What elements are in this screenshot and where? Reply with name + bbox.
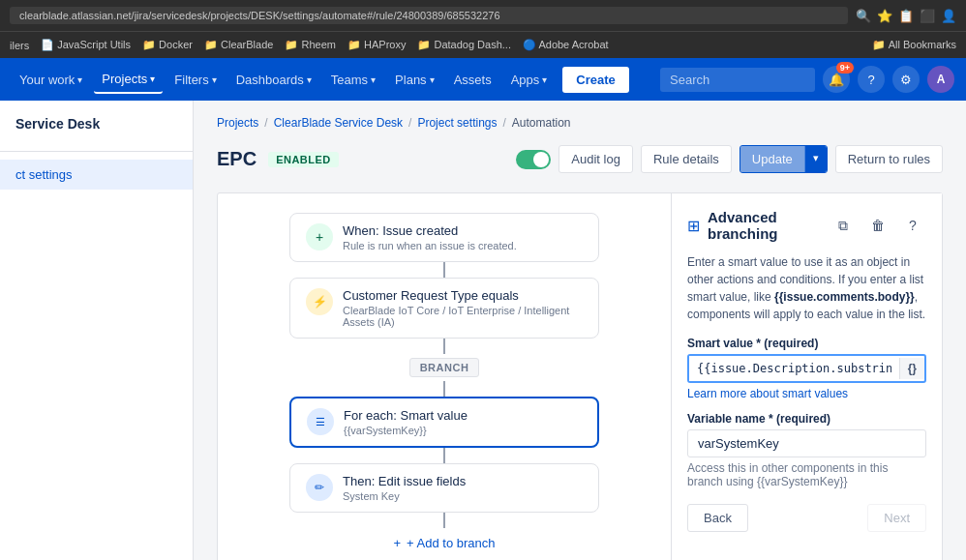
nav-dashboards[interactable]: Dashboards ▾ bbox=[228, 67, 319, 93]
panel-title: Advanced branching bbox=[708, 209, 822, 242]
breadcrumb-sep-1: / bbox=[264, 116, 267, 130]
canvas-left: + When: Issue created Rule is run when a… bbox=[218, 193, 671, 560]
return-to-rules-button[interactable]: Return to rules bbox=[835, 145, 943, 173]
panel-help-button[interactable]: ? bbox=[899, 212, 926, 239]
back-button[interactable]: Back bbox=[687, 504, 748, 532]
nav-teams-chevron: ▾ bbox=[371, 74, 376, 85]
bookmark-haproxy[interactable]: 📁 HAProxy bbox=[347, 39, 406, 51]
flow-line-3 bbox=[443, 381, 445, 397]
nav-your-work[interactable]: Your work ▾ bbox=[12, 67, 90, 93]
help-button[interactable]: ? bbox=[858, 66, 885, 93]
nav-teams-label: Teams bbox=[331, 73, 368, 87]
condition-node-title: Customer Request Type equals bbox=[343, 288, 583, 303]
flow-container: + When: Issue created Rule is run when a… bbox=[237, 213, 651, 558]
next-button[interactable]: Next bbox=[867, 504, 926, 532]
browser-url[interactable]: clearblade.atlassian.net/jira/servicedes… bbox=[10, 7, 848, 24]
add-to-branch-button[interactable]: + + Add to branch bbox=[393, 528, 495, 558]
breadcrumb-service-desk[interactable]: ClearBlade Service Desk bbox=[274, 116, 403, 130]
bookmark-adobe[interactable]: 🔵 Adobe Acrobat bbox=[523, 39, 609, 51]
breadcrumb-project-settings[interactable]: Project settings bbox=[417, 116, 497, 130]
then-node[interactable]: ✏ Then: Edit issue fields System Key bbox=[289, 463, 599, 513]
main-content: Projects / ClearBlade Service Desk / Pro… bbox=[194, 101, 966, 560]
flow-line-5 bbox=[443, 513, 445, 528]
sidebar: Service Desk ct settings bbox=[0, 101, 194, 560]
trigger-node-title: When: Issue created bbox=[343, 223, 583, 238]
nav-teams[interactable]: Teams ▾ bbox=[323, 67, 383, 93]
nav-right: 🔔 9+ ? ⚙ A bbox=[660, 66, 954, 93]
trigger-node[interactable]: + When: Issue created Rule is run when a… bbox=[289, 213, 599, 262]
bookmark-docker[interactable]: 📁 Docker bbox=[142, 39, 193, 51]
add-to-branch-icon: + bbox=[393, 536, 401, 550]
smart-value-field-label: Smart value * (required) bbox=[687, 337, 926, 350]
nav-apps[interactable]: Apps ▾ bbox=[503, 67, 556, 93]
nav-your-work-label: Your work bbox=[19, 73, 75, 87]
bookmark-datadog[interactable]: 📁 Datadog Dash... bbox=[417, 39, 511, 51]
smart-value-label-text: Smart value * (required) bbox=[687, 337, 818, 350]
variable-name-hint-text: Access this in other components in this … bbox=[687, 461, 888, 488]
flow-line-1 bbox=[443, 262, 445, 278]
for-each-node-title: For each: Smart value bbox=[344, 408, 582, 423]
breadcrumb-sep-3: / bbox=[502, 116, 505, 130]
condition-node[interactable]: ⚡ Customer Request Type equals ClearBlad… bbox=[289, 278, 599, 339]
smart-value-insert-button[interactable]: {} bbox=[899, 358, 924, 379]
then-node-title: Then: Edit issue fields bbox=[343, 474, 583, 488]
nav-projects-chevron: ▾ bbox=[150, 74, 155, 84]
variable-name-input[interactable] bbox=[687, 429, 926, 457]
bookmarks-bar: ilers 📄 JavaScript Utils 📁 Docker 📁 Clea… bbox=[0, 31, 966, 58]
settings-button[interactable]: ⚙ bbox=[892, 66, 920, 93]
for-each-node-content: For each: Smart value {{varSystemKey}} bbox=[344, 408, 582, 436]
browser-apps-icon[interactable]: 📋 bbox=[898, 9, 914, 23]
breadcrumb-sep-2: / bbox=[408, 116, 411, 130]
nav-filters[interactable]: Filters ▾ bbox=[166, 67, 224, 93]
smart-value-input[interactable] bbox=[689, 356, 899, 381]
search-input[interactable] bbox=[660, 68, 815, 92]
browser-bar: clearblade.atlassian.net/jira/servicedes… bbox=[0, 0, 966, 31]
page-title: EPC bbox=[217, 148, 257, 170]
automation-canvas: + When: Issue created Rule is run when a… bbox=[217, 192, 943, 560]
panel-copy-button[interactable]: ⧉ bbox=[830, 212, 857, 239]
notification-badge: 9+ bbox=[836, 62, 854, 74]
notifications-button[interactable]: 🔔 9+ bbox=[823, 66, 850, 93]
create-button[interactable]: Create bbox=[562, 67, 628, 93]
sidebar-item-project-settings[interactable]: ct settings bbox=[0, 160, 193, 190]
layout: Service Desk ct settings Projects / Clea… bbox=[0, 101, 966, 560]
nav-plans-chevron: ▾ bbox=[430, 74, 435, 85]
nav-assets[interactable]: Assets bbox=[446, 67, 499, 93]
then-node-content: Then: Edit issue fields System Key bbox=[343, 474, 583, 502]
page-header: EPC ENABLED Audit log Rule details Updat… bbox=[217, 145, 943, 173]
update-button[interactable]: Update bbox=[740, 146, 804, 172]
for-each-node[interactable]: ☰ For each: Smart value {{varSystemKey}} bbox=[289, 397, 599, 448]
enabled-toggle[interactable] bbox=[516, 150, 551, 169]
bookmark-rheem[interactable]: 📁 Rheem bbox=[285, 39, 336, 51]
flow-line-2 bbox=[443, 339, 445, 354]
nav-plans[interactable]: Plans ▾ bbox=[387, 67, 442, 93]
nav-projects[interactable]: Projects ▾ bbox=[94, 66, 163, 94]
user-avatar[interactable]: A bbox=[927, 66, 954, 93]
update-split-button: Update ▾ bbox=[740, 145, 828, 173]
bookmark-ilers[interactable]: ilers bbox=[10, 40, 29, 51]
search-container bbox=[660, 68, 815, 92]
browser-star-icon[interactable]: ⭐ bbox=[877, 9, 892, 23]
header-actions: Audit log Rule details Update ▾ Return t… bbox=[516, 145, 943, 173]
browser-profile-icon[interactable]: 👤 bbox=[941, 9, 956, 23]
nav-assets-label: Assets bbox=[454, 73, 492, 87]
audit-log-button[interactable]: Audit log bbox=[558, 145, 633, 173]
branch-label: BRANCH bbox=[409, 358, 480, 377]
trigger-node-content: When: Issue created Rule is run when an … bbox=[343, 223, 583, 251]
breadcrumb: Projects / ClearBlade Service Desk / Pro… bbox=[217, 116, 943, 130]
rule-details-button[interactable]: Rule details bbox=[641, 145, 732, 173]
bookmark-js-utils[interactable]: 📄 JavaScript Utils bbox=[41, 39, 131, 51]
flow-line-4 bbox=[443, 448, 445, 463]
all-bookmarks[interactable]: 📁 All Bookmarks bbox=[872, 39, 956, 51]
browser-search-icon[interactable]: 🔍 bbox=[856, 9, 871, 23]
browser-menu-icon[interactable]: ⬛ bbox=[920, 9, 935, 23]
variable-name-hint: Access this in other components in this … bbox=[687, 461, 926, 488]
condition-node-icon: ⚡ bbox=[306, 288, 333, 315]
bookmark-clearblade[interactable]: 📁 ClearBlade bbox=[204, 39, 273, 51]
trigger-node-subtitle: Rule is run when an issue is created. bbox=[343, 240, 583, 251]
breadcrumb-projects[interactable]: Projects bbox=[217, 116, 258, 130]
nav-apps-chevron: ▾ bbox=[542, 74, 547, 85]
panel-delete-button[interactable]: 🗑 bbox=[864, 212, 891, 239]
update-dropdown-button[interactable]: ▾ bbox=[804, 146, 827, 172]
learn-more-link[interactable]: Learn more about smart values bbox=[687, 387, 926, 400]
